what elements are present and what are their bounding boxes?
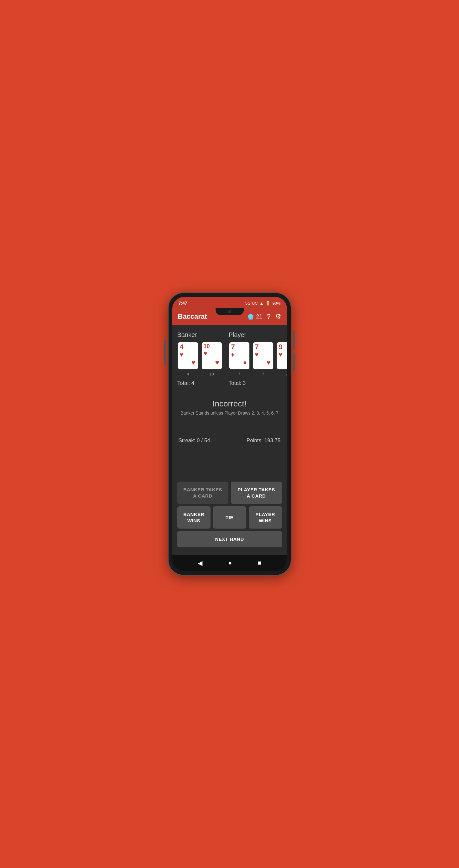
- banker-card-2-value: 10: [204, 343, 210, 349]
- camera-dot: [228, 310, 231, 313]
- nav-bar: ◀ ● ■: [172, 555, 287, 571]
- hands-row: Banker 4 ♥ ♥ 4: [177, 331, 282, 386]
- app-title: Baccarat: [178, 312, 207, 321]
- banker-card-1: 4 ♥ ♥ 4: [177, 342, 199, 376]
- player-section: Player 7 ♦ ♦ 7: [229, 331, 287, 386]
- settings-button[interactable]: ⚙: [275, 313, 281, 320]
- result-area: Incorrect! Banker Stands unless Player D…: [177, 399, 282, 415]
- player-card-1-suit: ♦: [231, 351, 234, 358]
- buttons-area: BANKER TAKESA CARD PLAYER TAKESA CARD BA…: [172, 482, 287, 555]
- streak-stat: Streak: 0 / 54: [179, 437, 210, 444]
- banker-cards: 4 ♥ ♥ 4 10 ♥ ♥: [177, 342, 223, 376]
- points-stat: Points: 193.75: [247, 437, 281, 444]
- banker-section: Banker 4 ♥ ♥ 4: [177, 331, 223, 386]
- status-right: 5G UC ▲ 🔋 90%: [245, 301, 281, 306]
- player-card-2-suit: ♥: [255, 351, 259, 358]
- banker-card-1-label: 4: [177, 372, 199, 376]
- home-nav-icon[interactable]: ●: [228, 559, 232, 566]
- player-total: Total: 3: [229, 380, 287, 386]
- player-card-3-value: 9: [279, 343, 283, 350]
- player-card-1-label: 7: [229, 372, 250, 376]
- notch: [216, 308, 244, 315]
- battery-level: 90%: [272, 301, 280, 306]
- status-bar: 7:47 5G UC ▲ 🔋 90%: [172, 297, 287, 308]
- next-hand-button[interactable]: NEXT HAND: [177, 531, 282, 547]
- banker-card-1-suit: ♥: [180, 351, 183, 358]
- middle-btn-row: BANKERWINS TIE PLAYERWINS: [177, 506, 282, 529]
- result-title: Incorrect!: [177, 399, 282, 409]
- recents-nav-icon[interactable]: ■: [258, 559, 261, 566]
- signal-icon: ▲: [260, 301, 264, 306]
- player-card-1-value: 7: [231, 343, 235, 350]
- result-subtitle: Banker Stands unless Player Draws 2, 3, …: [177, 410, 282, 415]
- banker-takes-card-button[interactable]: BANKER TAKESA CARD: [177, 482, 228, 504]
- battery-icon: 🔋: [265, 301, 270, 306]
- gem-icon: [247, 313, 254, 320]
- player-card-2-value: 7: [255, 343, 259, 350]
- player-cards: 7 ♦ ♦ 7 7 ♥ ♥: [229, 342, 287, 376]
- gem-score: 21: [247, 313, 262, 320]
- banker-card-2-suit: ♥: [204, 350, 207, 357]
- banker-label: Banker: [177, 331, 223, 339]
- help-button[interactable]: ?: [267, 313, 270, 320]
- top-btn-row: BANKER TAKESA CARD PLAYER TAKESA CARD: [177, 482, 282, 504]
- gem-count: 21: [256, 313, 262, 320]
- player-label: Player: [229, 331, 287, 339]
- player-card-3-label: 9: [276, 372, 287, 376]
- banker-card-2: 10 ♥ ♥ 10: [201, 342, 223, 376]
- tie-button[interactable]: TIE: [213, 506, 246, 529]
- banker-card-2-label: 10: [201, 372, 223, 376]
- bottom-btn-row: NEXT HAND: [177, 531, 282, 547]
- player-takes-card-button[interactable]: PLAYER TAKESA CARD: [231, 482, 282, 504]
- player-card-3-suit: ♥: [279, 351, 283, 358]
- player-card-2-label: 7: [253, 372, 274, 376]
- banker-total: Total: 4: [177, 380, 223, 386]
- player-card-2: 7 ♥ ♥ 7: [253, 342, 274, 376]
- back-nav-icon[interactable]: ◀: [198, 559, 202, 567]
- player-wins-button[interactable]: PLAYERWINS: [249, 506, 282, 529]
- player-card-1: 7 ♦ ♦ 7: [229, 342, 250, 376]
- banker-wins-button[interactable]: BANKERWINS: [177, 506, 210, 529]
- player-card-3: 9 ♥ ♥ 9: [276, 342, 287, 376]
- network-indicator: 5G UC: [245, 301, 258, 306]
- stats-row: Streak: 0 / 54 Points: 193.75: [177, 434, 282, 447]
- status-time: 7:47: [179, 301, 188, 306]
- banker-card-1-value: 4: [180, 343, 183, 350]
- app-bar-right: 21 ? ⚙: [247, 313, 281, 320]
- game-area: Banker 4 ♥ ♥ 4: [172, 325, 287, 482]
